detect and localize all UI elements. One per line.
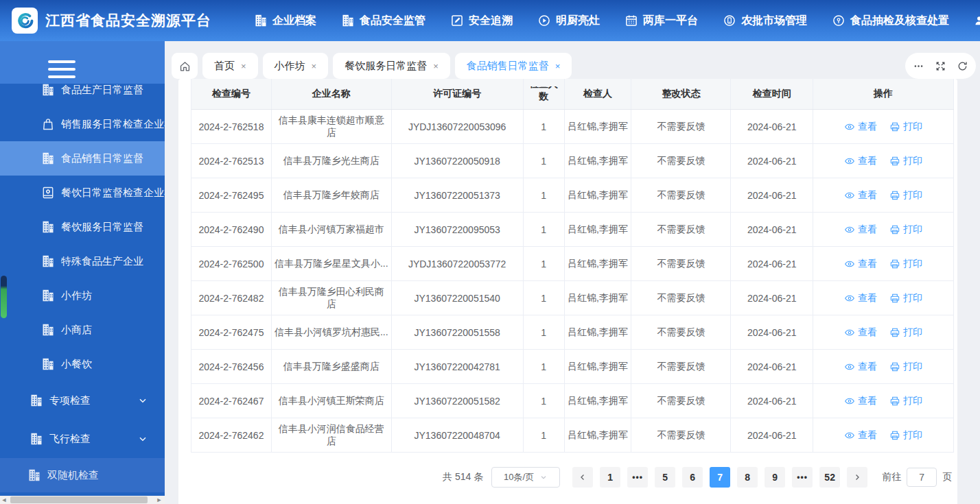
book-gear-icon [41, 186, 55, 200]
page-button-6[interactable]: 6 [682, 467, 703, 488]
print-link[interactable]: 打印 [889, 258, 922, 270]
nav-item-2[interactable]: 食品安全监管 [341, 14, 425, 28]
print-link[interactable]: 打印 [889, 395, 922, 407]
cell-inspector: 吕红锦,李拥军 [565, 110, 632, 143]
page-button-52[interactable]: 52 [819, 467, 840, 488]
bag-icon [41, 117, 55, 131]
view-link[interactable]: 查看 [844, 429, 877, 442]
next-page-button[interactable] [847, 467, 867, 488]
cell-check-id: 2024-2-762500 [191, 247, 272, 280]
page-button-9[interactable]: 9 [765, 467, 785, 488]
sidebar-item-3[interactable]: 食品销售日常监督 [0, 141, 165, 176]
scroll-right-arrow-icon[interactable]: ► [155, 496, 163, 504]
building-icon [41, 357, 55, 371]
nav-item-8[interactable]: 注册审核 [974, 14, 980, 28]
page-size-select[interactable]: 10条/页 [491, 467, 560, 488]
cell-license-no: JY13607220051558 [392, 315, 524, 349]
sidebar-item-12[interactable]: 双随机检查 [0, 458, 165, 492]
more-icon[interactable] [913, 60, 924, 72]
sidebar-horizontal-scrollbar[interactable]: ◄ ► [0, 496, 165, 504]
cell-check-id: 2024-2-762475 [191, 315, 272, 349]
total-count: 共 514 条 [443, 471, 483, 483]
goto-page: 前往 页 [882, 468, 952, 487]
cell-rectify-status: 不需要反馈 [631, 144, 731, 178]
cell-license-no: JY13607220095053 [392, 213, 524, 246]
print-label: 打印 [903, 395, 922, 407]
table-row-5: 2024-2-762500信丰县万隆乡星星文具小...JYDJ136072200… [191, 247, 954, 281]
print-link[interactable]: 打印 [889, 155, 922, 167]
view-link[interactable]: 查看 [844, 326, 877, 339]
page-button-8[interactable]: 8 [737, 467, 758, 488]
view-link[interactable]: 查看 [844, 361, 877, 373]
tab-2[interactable]: 小作坊× [263, 53, 329, 79]
page-ellipsis[interactable]: ••• [792, 467, 813, 488]
tab-3[interactable]: 餐饮服务日常监督× [333, 53, 450, 79]
print-link[interactable]: 打印 [889, 429, 922, 442]
horizontal-scrollbar-thumb[interactable] [10, 496, 148, 503]
nav-item-6[interactable]: 农批市场管理 [723, 14, 807, 28]
print-label: 打印 [903, 361, 922, 373]
view-label: 查看 [858, 361, 877, 373]
page-button-7[interactable]: 7 [710, 467, 730, 488]
sidebar-item-label: 销售服务日常检查企业模板 [61, 118, 165, 131]
menu-collapse-icon[interactable] [48, 60, 75, 83]
nav-item-4[interactable]: 明厨亮灶 [537, 14, 600, 28]
page-button-1[interactable]: 1 [600, 467, 620, 488]
sidebar-item-8[interactable]: 小商店 [0, 313, 165, 347]
sidebar-scrollbar-thumb[interactable] [1, 276, 7, 318]
print-label: 打印 [903, 224, 922, 236]
nav-item-3[interactable]: 安全追溯 [450, 14, 513, 28]
tab-close-icon[interactable]: × [555, 62, 561, 71]
page-ellipsis[interactable]: ••• [627, 467, 648, 488]
tab-4[interactable]: 食品销售日常监督× [455, 53, 572, 79]
tab-label: 首页 [214, 60, 235, 73]
goto-page-input[interactable] [907, 468, 937, 487]
sidebar-item-7[interactable]: 小作坊 [0, 278, 165, 313]
tab-close-icon[interactable]: × [312, 62, 317, 71]
print-link[interactable]: 打印 [889, 121, 922, 133]
cell-check-date: 2024-06-21 [731, 178, 813, 212]
refresh-icon[interactable] [957, 60, 968, 72]
view-link[interactable]: 查看 [844, 189, 877, 202]
page-button-5[interactable]: 5 [655, 467, 675, 488]
app-logo [12, 8, 38, 34]
print-link[interactable]: 打印 [889, 224, 922, 236]
print-link[interactable]: 打印 [889, 189, 922, 202]
print-link[interactable]: 打印 [889, 326, 922, 339]
view-label: 查看 [858, 326, 877, 339]
view-link[interactable]: 查看 [844, 292, 877, 304]
fullscreen-icon[interactable] [935, 60, 946, 72]
sidebar-item-9[interactable]: 小餐饮 [0, 347, 165, 381]
print-link[interactable]: 打印 [889, 292, 922, 304]
sidebar-item-2[interactable]: 销售服务日常检查企业模板 [0, 107, 165, 141]
view-link[interactable]: 查看 [844, 121, 877, 133]
printer-icon [889, 361, 900, 372]
nav-item-7[interactable]: 食品抽检及核查处置 [832, 14, 949, 28]
cell-inspector-count: 1 [524, 315, 565, 349]
nav-item-1[interactable]: 企业档案 [254, 14, 316, 28]
sidebar-item-5[interactable]: 餐饮服务日常监督 [0, 210, 165, 244]
view-link[interactable]: 查看 [844, 224, 877, 236]
table-row-8: 2024-2-762456信丰县万隆乡盛盛商店JY136072200427811… [191, 350, 954, 384]
tab-close-icon[interactable]: × [241, 62, 246, 71]
tab-1[interactable]: 首页× [202, 53, 258, 79]
print-link[interactable]: 打印 [889, 361, 922, 373]
cell-actions: 查看打印 [813, 144, 954, 178]
home-button[interactable] [172, 53, 198, 79]
view-link[interactable]: 查看 [844, 395, 877, 407]
cell-company-name: 信丰县万隆乡光生商店 [272, 144, 392, 178]
printer-icon [889, 327, 900, 338]
building-icon [41, 254, 55, 268]
tab-close-icon[interactable]: × [433, 62, 439, 71]
sidebar-item-10[interactable]: 专项检查 [0, 381, 165, 420]
column-header-4: 检查人数 [524, 79, 565, 109]
sidebar-item-11[interactable]: 飞行检查 [0, 420, 165, 458]
sidebar-item-4[interactable]: 餐饮日常监督检查企业模板 [0, 176, 165, 210]
print-label: 打印 [903, 326, 922, 339]
sidebar-item-6[interactable]: 特殊食品生产企业 [0, 244, 165, 278]
view-link[interactable]: 查看 [844, 258, 877, 270]
prev-page-button[interactable] [572, 467, 593, 488]
nav-item-5[interactable]: 两库一平台 [625, 14, 698, 28]
scroll-left-arrow-icon[interactable]: ◄ [0, 496, 8, 504]
view-link[interactable]: 查看 [844, 155, 877, 167]
